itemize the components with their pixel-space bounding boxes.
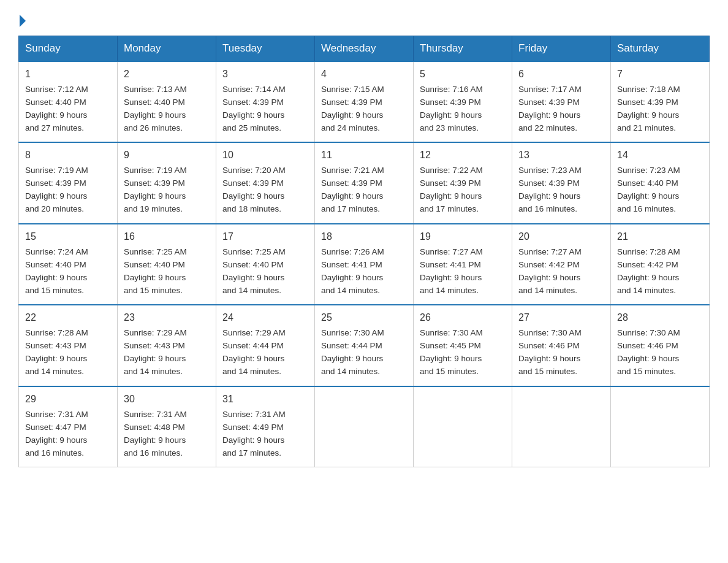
day-number: 21 bbox=[617, 229, 703, 245]
daylight-value: and 19 minutes. bbox=[124, 204, 183, 213]
day-cell-9: 9Sunrise: 7:19 AMSunset: 4:39 PMDaylight… bbox=[118, 142, 216, 223]
day-number: 13 bbox=[518, 148, 604, 163]
day-cell-18: 18Sunrise: 7:26 AMSunset: 4:41 PMDayligh… bbox=[315, 224, 414, 305]
day-cell-10: 10Sunrise: 7:20 AMSunset: 4:39 PMDayligh… bbox=[216, 142, 315, 223]
week-row-3: 15Sunrise: 7:24 AMSunset: 4:40 PMDayligh… bbox=[19, 224, 710, 305]
daylight-label: Daylight: 9 hours bbox=[617, 273, 679, 282]
sunset-label: Sunset: 4:40 PM bbox=[25, 260, 86, 269]
daylight-label: Daylight: 9 hours bbox=[321, 191, 383, 201]
daylight-label: Daylight: 9 hours bbox=[222, 191, 284, 201]
day-number: 9 bbox=[124, 148, 210, 163]
week-row-1: 1Sunrise: 7:12 AMSunset: 4:40 PMDaylight… bbox=[19, 61, 710, 142]
daylight-value: and 15 minutes. bbox=[124, 286, 183, 295]
daylight-label: Daylight: 9 hours bbox=[25, 273, 87, 282]
daylight-value: and 14 minutes. bbox=[25, 367, 84, 376]
sunrise-label: Sunrise: 7:28 AM bbox=[25, 328, 88, 337]
sunrise-label: Sunrise: 7:21 AM bbox=[321, 166, 384, 175]
page-header bbox=[18, 15, 710, 25]
sunrise-label: Sunrise: 7:14 AM bbox=[222, 85, 286, 94]
day-cell-3: 3Sunrise: 7:14 AMSunset: 4:39 PMDaylight… bbox=[216, 61, 315, 142]
daylight-value: and 17 minutes. bbox=[420, 204, 479, 213]
day-number: 16 bbox=[124, 229, 210, 245]
sunrise-label: Sunrise: 7:25 AM bbox=[222, 247, 286, 256]
day-cell-27: 27Sunrise: 7:30 AMSunset: 4:46 PMDayligh… bbox=[512, 305, 611, 386]
day-cell-2: 2Sunrise: 7:13 AMSunset: 4:40 PMDaylight… bbox=[118, 61, 216, 142]
day-number: 23 bbox=[124, 310, 210, 326]
sunrise-label: Sunrise: 7:15 AM bbox=[321, 85, 384, 94]
sunrise-label: Sunrise: 7:30 AM bbox=[420, 328, 483, 337]
daylight-label: Daylight: 9 hours bbox=[518, 110, 580, 120]
sunset-label: Sunset: 4:39 PM bbox=[420, 98, 481, 107]
daylight-value: and 16 minutes. bbox=[617, 204, 676, 213]
daylight-value: and 23 minutes. bbox=[420, 123, 479, 132]
daylight-label: Daylight: 9 hours bbox=[25, 435, 87, 445]
daylight-value: and 26 minutes. bbox=[124, 123, 183, 132]
sunrise-label: Sunrise: 7:31 AM bbox=[222, 410, 286, 419]
daylight-value: and 22 minutes. bbox=[518, 123, 577, 132]
daylight-value: and 15 minutes. bbox=[518, 367, 577, 376]
daylight-value: and 17 minutes. bbox=[222, 448, 281, 458]
daylight-label: Daylight: 9 hours bbox=[124, 435, 186, 445]
sunrise-label: Sunrise: 7:26 AM bbox=[321, 247, 384, 256]
sunset-label: Sunset: 4:39 PM bbox=[222, 98, 284, 107]
day-cell-19: 19Sunrise: 7:27 AMSunset: 4:41 PMDayligh… bbox=[414, 224, 512, 305]
sunrise-label: Sunrise: 7:12 AM bbox=[25, 85, 88, 94]
sunset-label: Sunset: 4:49 PM bbox=[222, 423, 284, 432]
sunrise-label: Sunrise: 7:30 AM bbox=[518, 328, 582, 337]
day-number: 22 bbox=[25, 310, 111, 326]
daylight-label: Daylight: 9 hours bbox=[617, 354, 679, 363]
day-number: 31 bbox=[222, 392, 308, 407]
sunrise-label: Sunrise: 7:30 AM bbox=[617, 328, 680, 337]
logo bbox=[18, 15, 26, 25]
sunset-label: Sunset: 4:41 PM bbox=[321, 260, 382, 269]
sunrise-label: Sunrise: 7:25 AM bbox=[124, 247, 187, 256]
daylight-label: Daylight: 9 hours bbox=[518, 191, 580, 201]
day-number: 5 bbox=[420, 67, 506, 82]
day-cell-26: 26Sunrise: 7:30 AMSunset: 4:45 PMDayligh… bbox=[414, 305, 512, 386]
daylight-value: and 14 minutes. bbox=[321, 367, 380, 376]
sunset-label: Sunset: 4:39 PM bbox=[518, 98, 580, 107]
daylight-value: and 16 minutes. bbox=[25, 448, 84, 458]
sunset-label: Sunset: 4:40 PM bbox=[124, 98, 185, 107]
sunset-label: Sunset: 4:41 PM bbox=[420, 260, 481, 269]
day-cell-12: 12Sunrise: 7:22 AMSunset: 4:39 PMDayligh… bbox=[414, 142, 512, 223]
day-number: 6 bbox=[518, 67, 604, 82]
sunrise-label: Sunrise: 7:19 AM bbox=[25, 166, 88, 175]
header-tuesday: Tuesday bbox=[216, 36, 315, 62]
day-cell-31: 31Sunrise: 7:31 AMSunset: 4:49 PMDayligh… bbox=[216, 386, 315, 467]
daylight-label: Daylight: 9 hours bbox=[25, 354, 87, 363]
week-row-5: 29Sunrise: 7:31 AMSunset: 4:47 PMDayligh… bbox=[19, 386, 710, 467]
sunset-label: Sunset: 4:42 PM bbox=[617, 260, 678, 269]
day-number: 24 bbox=[222, 310, 308, 326]
day-number: 2 bbox=[124, 67, 210, 82]
day-number: 3 bbox=[222, 67, 308, 82]
daylight-label: Daylight: 9 hours bbox=[321, 354, 383, 363]
sunrise-label: Sunrise: 7:30 AM bbox=[321, 328, 384, 337]
day-cell-17: 17Sunrise: 7:25 AMSunset: 4:40 PMDayligh… bbox=[216, 224, 315, 305]
sunset-label: Sunset: 4:39 PM bbox=[321, 178, 382, 188]
sunrise-label: Sunrise: 7:23 AM bbox=[617, 166, 680, 175]
sunrise-label: Sunrise: 7:31 AM bbox=[124, 410, 187, 419]
empty-cell bbox=[512, 386, 611, 467]
sunset-label: Sunset: 4:39 PM bbox=[124, 178, 185, 188]
daylight-value: and 14 minutes. bbox=[617, 286, 676, 295]
daylight-value: and 25 minutes. bbox=[222, 123, 281, 132]
day-cell-21: 21Sunrise: 7:28 AMSunset: 4:42 PMDayligh… bbox=[611, 224, 710, 305]
day-number: 12 bbox=[420, 148, 506, 163]
daylight-label: Daylight: 9 hours bbox=[25, 110, 87, 120]
day-number: 25 bbox=[321, 310, 407, 326]
daylight-value: and 24 minutes. bbox=[321, 123, 380, 132]
sunset-label: Sunset: 4:46 PM bbox=[617, 341, 678, 350]
sunset-label: Sunset: 4:42 PM bbox=[518, 260, 580, 269]
sunset-label: Sunset: 4:45 PM bbox=[420, 341, 481, 350]
day-cell-13: 13Sunrise: 7:23 AMSunset: 4:39 PMDayligh… bbox=[512, 142, 611, 223]
daylight-label: Daylight: 9 hours bbox=[321, 273, 383, 282]
day-number: 27 bbox=[518, 310, 604, 326]
sunset-label: Sunset: 4:39 PM bbox=[617, 98, 678, 107]
sunset-label: Sunset: 4:48 PM bbox=[124, 423, 185, 432]
sunrise-label: Sunrise: 7:22 AM bbox=[420, 166, 483, 175]
day-cell-23: 23Sunrise: 7:29 AMSunset: 4:43 PMDayligh… bbox=[118, 305, 216, 386]
daylight-value: and 14 minutes. bbox=[420, 286, 479, 295]
daylight-value: and 27 minutes. bbox=[25, 123, 84, 132]
sunset-label: Sunset: 4:39 PM bbox=[420, 178, 481, 188]
